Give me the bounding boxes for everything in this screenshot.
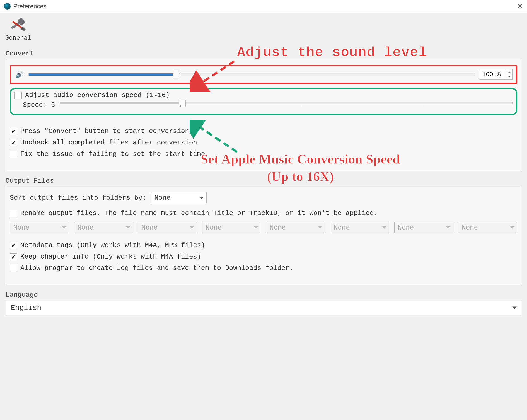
chevron-down-icon [510,226,514,229]
press-convert-checkbox[interactable] [10,128,17,135]
language-value: English [11,304,41,312]
rename-field-7[interactable]: None [394,222,453,233]
chevron-down-icon [200,197,204,199]
close-icon[interactable]: ✕ [517,2,523,11]
log-checkbox[interactable] [10,265,17,272]
log-label: Allow program to create log files and sa… [20,264,293,272]
chevron-down-icon [382,226,386,229]
rename-field-8[interactable]: None [458,222,517,233]
tab-general-label: General [5,35,31,42]
language-select[interactable]: English [6,301,521,315]
speed-checkbox-label: Adjust audio conversion speed (1-16) [25,91,170,99]
sort-select-value: None [154,194,171,202]
sort-select[interactable]: None [151,192,207,203]
fix-start-time-checkbox[interactable] [10,151,17,158]
tab-general[interactable]: General [6,18,31,44]
tools-icon [10,20,26,33]
volume-spinbox[interactable]: 100 % ▲ ▼ [479,69,513,80]
convert-panel: 🔊 100 % ▲ ▼ Adjust audio conversion spee… [6,60,521,171]
speed-checkbox[interactable] [14,92,22,99]
volume-step-down[interactable]: ▼ [506,74,512,80]
chapter-checkbox[interactable] [10,253,17,260]
chevron-down-icon [512,307,517,309]
window-title: Preferences [13,3,47,10]
sort-label: Sort output files into folders by: [10,194,146,202]
rename-field-2[interactable]: None [74,222,133,233]
rename-field-3[interactable]: None [138,222,197,233]
speed-group: Adjust audio conversion speed (1-16) Spe… [10,88,517,115]
metadata-label: Metadata tags (Only works with M4A, MP3 … [20,242,205,249]
app-icon [4,3,11,10]
speed-slider[interactable] [60,102,513,104]
chevron-down-icon [318,226,322,229]
chevron-down-icon [254,226,258,229]
speed-ticks [60,105,513,109]
rename-field-6[interactable]: None [330,222,389,233]
rename-field-5[interactable]: None [266,222,325,233]
volume-slider[interactable] [28,73,475,76]
output-panel: Sort output files into folders by: None … [6,187,521,285]
fix-start-time-label: Fix the issue of failing to set the star… [20,150,205,158]
volume-step-up[interactable]: ▲ [506,69,512,74]
rename-fields-row: None None None None None None None None [10,222,517,233]
volume-value: 100 % [482,71,501,78]
metadata-checkbox[interactable] [10,242,17,249]
speaker-icon: 🔊 [14,69,25,79]
rename-label: Rename output files. The file name must … [20,209,378,217]
chapter-label: Keep chapter info (Only works with M4A f… [20,253,201,260]
speed-label: Speed: 5 [23,101,55,109]
chevron-down-icon [190,226,194,229]
uncheck-completed-checkbox[interactable] [10,139,17,146]
section-language-label: Language [6,291,521,299]
chevron-down-icon [62,226,66,229]
chevron-down-icon [446,226,450,229]
titlebar: Preferences ✕ [0,0,527,13]
rename-checkbox[interactable] [10,210,17,217]
volume-row: 🔊 100 % ▲ ▼ [10,65,517,84]
section-output-label: Output Files [6,177,521,185]
volume-slider-thumb[interactable] [173,71,179,78]
rename-field-4[interactable]: None [202,222,261,233]
rename-field-1[interactable]: None [10,222,69,233]
press-convert-label: Press "Convert" button to start conversi… [20,127,189,135]
chevron-down-icon [126,226,130,229]
uncheck-completed-label: Uncheck all completed files after conver… [20,139,197,146]
section-convert-label: Convert [6,50,521,57]
